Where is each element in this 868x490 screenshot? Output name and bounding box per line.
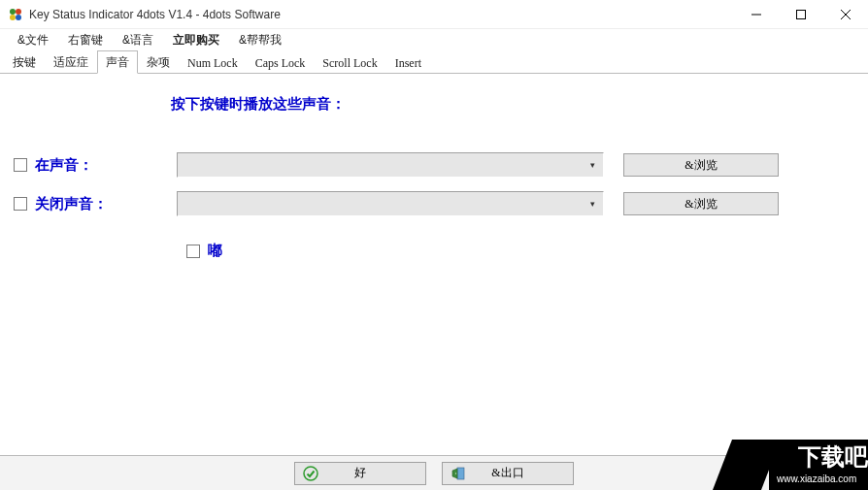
tab-numlock[interactable]: Num Lock <box>179 52 247 73</box>
row-beep: 嘟 <box>186 242 852 260</box>
tab-scrolllock[interactable]: Scroll Lock <box>314 52 385 73</box>
tab-sound[interactable]: 声音 <box>97 50 138 74</box>
window-controls <box>734 0 868 28</box>
tab-misc[interactable]: 杂项 <box>138 50 179 73</box>
tab-capslock[interactable]: Caps Lock <box>247 52 315 73</box>
row-on-sound: 在声音： ▾ &浏览 <box>16 152 852 178</box>
exit-button[interactable]: &出口 <box>442 462 574 485</box>
menu-language[interactable]: &语言 <box>115 30 161 50</box>
tab-adapt[interactable]: 适应症 <box>45 50 97 73</box>
svg-point-8 <box>304 467 317 480</box>
svg-point-0 <box>10 9 16 15</box>
checkbox-off-sound[interactable] <box>14 197 27 211</box>
label-beep: 嘟 <box>208 242 222 260</box>
menu-file[interactable]: &文件 <box>10 30 56 50</box>
browse-off-sound-button[interactable]: &浏览 <box>623 192 779 215</box>
bottom-bar: 好 &出口 <box>0 455 868 490</box>
menu-help[interactable]: &帮帮我 <box>231 30 289 50</box>
combo-on-sound[interactable]: ▾ <box>177 152 604 178</box>
window-title: Key Status Indicator 4dots V1.4 - 4dots … <box>29 8 734 21</box>
tabstrip: 按键 适应症 声音 杂项 Num Lock Caps Lock Scroll L… <box>0 52 868 74</box>
chevron-down-icon: ▾ <box>590 199 595 209</box>
svg-rect-9 <box>457 468 464 479</box>
maximize-button[interactable] <box>779 0 823 29</box>
app-icon <box>8 7 23 22</box>
browse-label: &浏览 <box>684 196 717 212</box>
label-off-sound: 关闭声音： <box>35 195 171 213</box>
minimize-button[interactable] <box>734 0 779 29</box>
svg-point-2 <box>10 15 16 20</box>
menu-rightclick[interactable]: 右窗键 <box>60 30 111 50</box>
check-icon <box>303 466 318 481</box>
menu-buy[interactable]: 立即购买 <box>165 30 227 50</box>
label-on-sound: 在声音： <box>35 156 171 175</box>
close-button[interactable] <box>823 0 868 29</box>
svg-point-10 <box>455 473 456 474</box>
browse-label: &浏览 <box>684 157 717 174</box>
svg-point-3 <box>16 15 21 20</box>
tab-keys[interactable]: 按键 <box>4 50 45 73</box>
tab-insert[interactable]: Insert <box>386 52 430 73</box>
svg-rect-5 <box>797 11 806 19</box>
pane-header: 按下按键时播放这些声音： <box>171 95 852 114</box>
exit-icon <box>451 466 466 481</box>
chevron-down-icon: ▾ <box>590 160 595 170</box>
browse-on-sound-button[interactable]: &浏览 <box>623 153 779 177</box>
checkbox-on-sound[interactable] <box>14 158 27 172</box>
ok-button[interactable]: 好 <box>294 462 426 485</box>
combo-off-sound[interactable]: ▾ <box>177 191 604 216</box>
row-off-sound: 关闭声音： ▾ &浏览 <box>16 191 852 216</box>
titlebar: Key Status Indicator 4dots V1.4 - 4dots … <box>0 0 868 29</box>
checkbox-beep[interactable] <box>186 245 200 258</box>
menubar: &文件 右窗键 &语言 立即购买 &帮帮我 <box>0 29 868 52</box>
svg-point-1 <box>16 9 21 15</box>
tab-pane-sound: 按下按键时播放这些声音： 在声音： ▾ &浏览 关闭声音： ▾ &浏览 嘟 <box>0 74 868 442</box>
